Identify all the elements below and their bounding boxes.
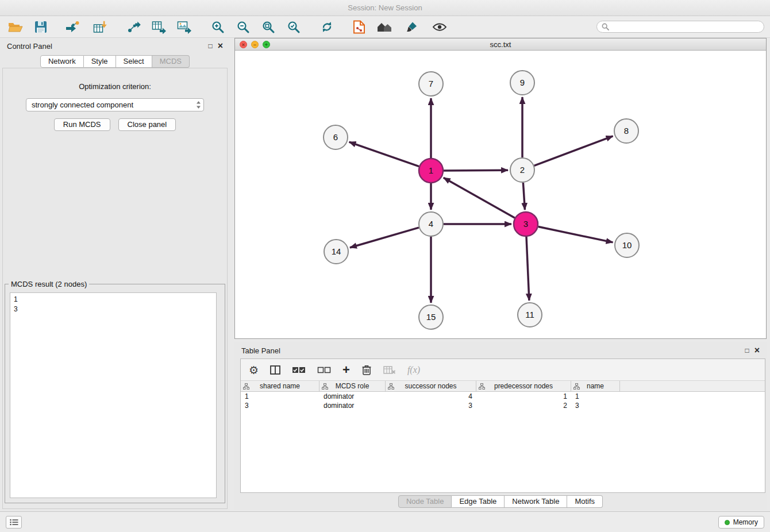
import-table-button[interactable]: [91, 18, 110, 36]
graph-node-label: 9: [520, 78, 525, 87]
tab-network[interactable]: Network: [40, 55, 84, 68]
save-session-button[interactable]: [31, 18, 51, 36]
tab-network-table[interactable]: Network Table: [505, 495, 567, 508]
delete-column-button[interactable]: [361, 363, 372, 377]
graph-edge-3-11[interactable]: [526, 237, 529, 300]
network-window-title: scc.txt: [490, 40, 511, 49]
graph-node-label: 7: [429, 79, 433, 88]
graph-node-2[interactable]: 2: [510, 158, 534, 182]
memory-label: Memory: [733, 518, 758, 526]
export-table-button[interactable]: [149, 18, 169, 36]
export-network-button[interactable]: [124, 18, 144, 36]
node-table-body[interactable]: 1dominator4113dominator323: [241, 392, 765, 492]
zoom-in-button[interactable]: [208, 18, 228, 36]
graph-node-label: 8: [624, 126, 629, 136]
table-options-button[interactable]: ⚙: [249, 363, 259, 377]
task-history-button[interactable]: [6, 516, 22, 529]
graph-node-6[interactable]: 6: [324, 125, 348, 149]
split-panel-icon: [270, 365, 280, 375]
graph-edge-3-10[interactable]: [538, 227, 613, 242]
graph-node-11[interactable]: 11: [518, 303, 542, 327]
close-table-panel-icon[interactable]: ×: [754, 347, 760, 354]
criterion-select[interactable]: strongly connected component: [26, 98, 204, 111]
zoom-window-icon[interactable]: +: [263, 41, 270, 48]
minimize-window-icon[interactable]: −: [251, 41, 259, 48]
column-header-mcds-role[interactable]: MCDS role: [319, 381, 386, 391]
column-type-icon: [479, 383, 485, 390]
show-all-columns-button[interactable]: [292, 363, 306, 377]
float-panel-icon[interactable]: □: [208, 43, 212, 49]
zoom-fit-button[interactable]: [259, 18, 278, 36]
graph-node-label: 2: [520, 165, 525, 175]
tab-select[interactable]: Select: [116, 55, 152, 68]
graph-node-3[interactable]: 3: [514, 212, 538, 236]
graph-node-7[interactable]: 7: [419, 72, 443, 96]
network-graph[interactable]: 7968124314101511: [235, 51, 766, 338]
export-image-button[interactable]: [175, 18, 194, 36]
graph-node-14[interactable]: 14: [324, 240, 348, 264]
close-window-icon[interactable]: ×: [240, 41, 247, 48]
function-builder-button[interactable]: f(x): [407, 363, 420, 377]
graph-node-9[interactable]: 9: [510, 71, 534, 95]
graph-edge-1-2[interactable]: [444, 170, 508, 171]
apply-style-button[interactable]: [402, 18, 422, 36]
graph-edge-3-1[interactable]: [444, 178, 515, 218]
style-brush-icon: [405, 20, 419, 34]
table-row[interactable]: 3dominator323: [241, 401, 765, 410]
search-icon: [602, 23, 609, 30]
hide-all-columns-button[interactable]: [317, 363, 331, 377]
toggle-panel-mode-button[interactable]: [270, 363, 280, 377]
graph-node-15[interactable]: 15: [419, 305, 443, 329]
create-column-button[interactable]: +: [342, 363, 350, 377]
graph-node-1[interactable]: 1: [419, 159, 443, 183]
import-network-button[interactable]: [63, 18, 83, 36]
window-title: Session: New Session: [348, 3, 422, 12]
refresh-view-button[interactable]: [317, 18, 337, 36]
network-window-titlebar[interactable]: × − + scc.txt: [235, 38, 766, 51]
mcds-result-text[interactable]: 1 3: [10, 292, 217, 498]
graph-edge-1-6[interactable]: [349, 142, 419, 167]
graph-edge-4-14[interactable]: [350, 228, 419, 248]
close-panel-button[interactable]: Close panel: [118, 118, 176, 131]
save-disk-icon: [34, 21, 47, 33]
tab-motifs[interactable]: Motifs: [567, 495, 603, 508]
mcds-result-groupbox: MCDS result (2 nodes) 1 3: [5, 284, 225, 503]
tab-mcds[interactable]: MCDS: [152, 55, 190, 68]
graph-edge-2-3[interactable]: [523, 183, 525, 210]
node-table-header-row: shared nameMCDS rolesuccessor nodesprede…: [241, 381, 765, 392]
task-list-icon: [10, 519, 18, 526]
column-header-shared-name[interactable]: shared name: [241, 381, 319, 391]
run-mcds-button[interactable]: Run MCDS: [54, 118, 110, 131]
graph-node-8[interactable]: 8: [614, 119, 638, 143]
table-panel-title: Table Panel: [241, 346, 280, 355]
graph-node-label: 1: [429, 165, 433, 175]
graph-edge-2-8[interactable]: [534, 136, 613, 165]
close-panel-icon[interactable]: ×: [218, 43, 223, 49]
graph-node-4[interactable]: 4: [419, 212, 443, 236]
table-row[interactable]: 1dominator411: [241, 392, 765, 401]
search-field[interactable]: [596, 21, 764, 33]
memory-button[interactable]: Memory: [718, 516, 764, 529]
window-titlebar: Session: New Session: [0, 0, 770, 16]
column-header-predecessor-nodes[interactable]: predecessor nodes: [476, 381, 571, 391]
tab-edge-table[interactable]: Edge Table: [452, 495, 505, 508]
table-panel: Table Panel □ × ⚙: [234, 342, 767, 510]
tab-style[interactable]: Style: [84, 55, 116, 68]
float-table-panel-icon[interactable]: □: [745, 347, 749, 354]
zoom-selected-button[interactable]: [284, 18, 303, 36]
delete-table-button[interactable]: [383, 363, 396, 377]
table-cell-name: 3: [571, 401, 620, 410]
column-header-name[interactable]: name: [571, 381, 620, 391]
delete-table-icon: [383, 365, 396, 375]
tab-node-table[interactable]: Node Table: [398, 495, 452, 508]
open-session-button[interactable]: [6, 18, 25, 36]
open-session-document-button[interactable]: [349, 18, 369, 36]
show-hide-view-button[interactable]: [430, 18, 449, 36]
graph-node-10[interactable]: 10: [615, 233, 639, 257]
zoom-out-button[interactable]: [233, 18, 253, 36]
search-input[interactable]: [612, 23, 759, 31]
home-layout-button[interactable]: [375, 18, 394, 36]
column-header-successor-nodes[interactable]: successor nodes: [386, 381, 476, 391]
control-panel-tabs: NetworkStyleSelectMCDS: [0, 55, 230, 68]
home-icon: [376, 21, 392, 33]
